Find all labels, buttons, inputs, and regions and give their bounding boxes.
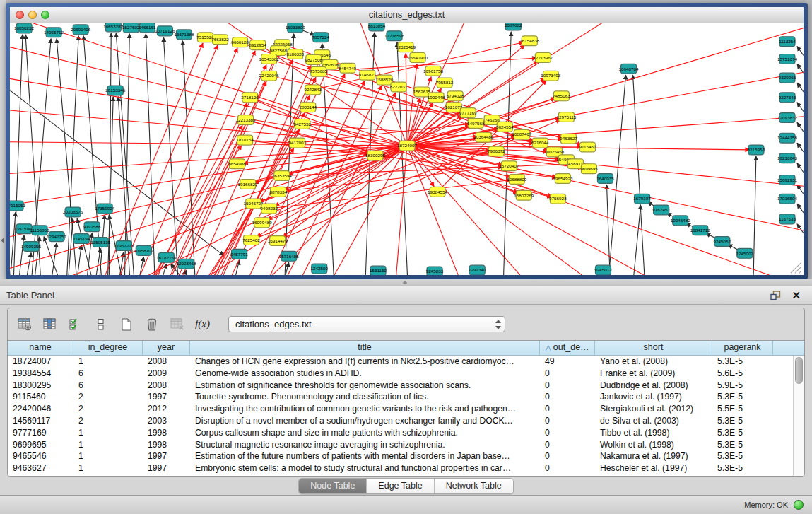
graph-node[interactable]: 12923468 bbox=[176, 259, 196, 269]
graph-node[interactable]: 8878334 bbox=[269, 187, 287, 197]
clear-selection-icon[interactable] bbox=[91, 315, 110, 334]
graph-edge[interactable] bbox=[44, 237, 61, 275]
column-header-name[interactable]: name bbox=[8, 341, 73, 355]
function-builder-icon[interactable]: f(x) bbox=[193, 315, 212, 334]
graph-node[interactable]: 9162457 bbox=[652, 205, 670, 215]
graph-node[interactable]: 1292340 bbox=[469, 265, 486, 275]
graph-node[interactable]: 17915051 bbox=[10, 201, 26, 211]
graph-edge[interactable] bbox=[25, 252, 31, 275]
scrollbar-thumb[interactable] bbox=[795, 357, 803, 384]
graph-edge[interactable] bbox=[797, 163, 804, 173]
graph-edge[interactable] bbox=[797, 64, 804, 73]
graph-node[interactable]: 16961758 bbox=[423, 66, 444, 76]
network-canvas[interactable]: 1872400712325419166409101696175879558121… bbox=[10, 23, 804, 275]
graph-node[interactable]: 19166827 bbox=[238, 180, 259, 189]
graph-node[interactable]: 12325419 bbox=[396, 42, 416, 52]
graph-edge[interactable] bbox=[10, 37, 407, 146]
graph-node[interactable]: 15716485 bbox=[279, 251, 300, 261]
window-titlebar[interactable]: citations_edges.txt bbox=[10, 7, 804, 23]
graph-node[interactable]: 7857224 bbox=[312, 33, 330, 42]
column-header-short[interactable]: short bbox=[595, 341, 712, 355]
table-row[interactable]: 1830029562008Estimation of significance … bbox=[8, 380, 793, 392]
graph-node[interactable]: 9827508 bbox=[305, 54, 322, 64]
graph-node[interactable]: 9115460 bbox=[579, 142, 596, 152]
graph-node[interactable]: 9245012 bbox=[594, 265, 612, 275]
graph-edge[interactable] bbox=[76, 245, 81, 275]
graph-node[interactable]: 7625402 bbox=[242, 235, 260, 245]
graph-edge[interactable] bbox=[31, 39, 51, 275]
table-settings-icon[interactable] bbox=[15, 315, 34, 334]
graph-node[interactable]: 14909355 bbox=[21, 242, 42, 252]
graph-node[interactable]: 8454749 bbox=[339, 63, 357, 73]
select-all-icon[interactable] bbox=[66, 315, 85, 334]
graph-edge[interactable] bbox=[10, 141, 407, 146]
graph-node[interactable]: 1167533 bbox=[779, 214, 796, 224]
graph-node[interactable]: 7575685 bbox=[310, 66, 327, 76]
graph-edge[interactable] bbox=[95, 248, 100, 275]
table-row[interactable]: 946362711997Embryonic stem cells: a mode… bbox=[8, 462, 793, 474]
graph-node[interactable]: 10807467 bbox=[512, 129, 532, 139]
graph-node[interactable]: 10719126 bbox=[155, 26, 175, 36]
graph-node[interactable]: 12942757 bbox=[47, 232, 67, 242]
graph-node[interactable]: 12213389 bbox=[236, 115, 257, 125]
graph-node[interactable]: 16648784 bbox=[619, 64, 640, 74]
graph-edge[interactable] bbox=[10, 146, 407, 211]
graph-edge[interactable] bbox=[25, 35, 41, 275]
panel-splitter[interactable] bbox=[0, 279, 812, 286]
network-view-window[interactable]: citations_edges.txt 18724007123254191664… bbox=[6, 3, 808, 279]
graph-node[interactable]: 8215953 bbox=[748, 145, 765, 155]
graph-node[interactable]: 18724007 bbox=[397, 141, 418, 151]
table-row[interactable]: 1456911722003Disruption of a novel membe… bbox=[8, 415, 793, 427]
graph-node[interactable]: 16807269 bbox=[514, 190, 534, 200]
graph-node[interactable]: 9146821 bbox=[359, 70, 377, 80]
graph-node[interactable]: 1527602 bbox=[122, 23, 140, 33]
graph-node[interactable]: 9197588 bbox=[83, 222, 101, 232]
graph-node[interactable]: 6497568 bbox=[467, 118, 485, 128]
graph-node[interactable]: 16671388 bbox=[174, 30, 194, 40]
graph-node[interactable]: 1113254 bbox=[779, 37, 796, 47]
graph-node[interactable]: 16154838 bbox=[519, 36, 540, 46]
table-scrollbar[interactable] bbox=[793, 356, 804, 476]
graph-edge[interactable] bbox=[13, 35, 23, 275]
graph-edge[interactable] bbox=[797, 122, 804, 132]
graph-edge[interactable] bbox=[797, 83, 804, 92]
graph-node[interactable]: 16782759 bbox=[156, 252, 177, 262]
show-columns-icon[interactable] bbox=[40, 315, 59, 334]
graph-node[interactable]: 9699695 bbox=[580, 164, 598, 174]
column-header-pagerank[interactable]: pagerank bbox=[712, 341, 773, 355]
graph-node[interactable]: 12213967 bbox=[533, 53, 553, 63]
table-row[interactable]: 946554611997Estimation of the future num… bbox=[8, 450, 793, 462]
table-row[interactable]: 969969511998Structural magnetic resonanc… bbox=[8, 439, 793, 451]
graph-node[interactable]: 8222031 bbox=[390, 82, 408, 92]
graph-node[interactable]: 10688809 bbox=[507, 175, 527, 185]
graph-node[interactable]: 1531150 bbox=[370, 266, 387, 275]
graph-edge[interactable] bbox=[753, 156, 756, 275]
graph-node[interactable]: 20691406 bbox=[71, 25, 91, 35]
table-selector-dropdown[interactable]: citations_edges.txt bbox=[228, 316, 505, 332]
graph-node[interactable]: 12093832 bbox=[777, 113, 798, 123]
graph-node[interactable]: 20364486 bbox=[473, 132, 494, 142]
graph-node[interactable]: 10946482 bbox=[671, 216, 691, 226]
graph-edge[interactable] bbox=[308, 107, 461, 113]
memory-status-indicator[interactable] bbox=[794, 500, 804, 510]
table-row[interactable]: 2242004622012Investigating the contribut… bbox=[8, 403, 793, 415]
delete-rows-icon[interactable] bbox=[142, 315, 161, 334]
graph-node[interactable]: 10973493 bbox=[541, 71, 561, 81]
graph-node[interactable]: 20206576 bbox=[63, 207, 83, 217]
graph-node[interactable]: 9463627 bbox=[560, 134, 577, 144]
graph-node[interactable]: 9756928 bbox=[549, 194, 567, 204]
graph-node[interactable]: 8660128 bbox=[231, 37, 249, 47]
graph-node[interactable]: 10653287 bbox=[103, 23, 124, 32]
delete-table-icon[interactable] bbox=[167, 315, 187, 334]
graph-node[interactable]: 7485063 bbox=[553, 91, 570, 101]
graph-node[interactable]: 19654923 bbox=[553, 174, 573, 184]
graph-node[interactable]: 1990448 bbox=[428, 93, 445, 103]
graph-node[interactable]: 17957223 bbox=[114, 241, 134, 251]
table-row[interactable]: 1938455462009Genome-wide association stu… bbox=[8, 368, 793, 380]
graph-node[interactable]: 1679197 bbox=[633, 194, 651, 204]
graph-edge[interactable] bbox=[797, 204, 804, 213]
graph-edge[interactable] bbox=[797, 47, 804, 56]
graph-node[interactable]: 10958107 bbox=[134, 245, 154, 255]
graph-node[interactable]: 9242843 bbox=[304, 85, 322, 95]
tab-network-table[interactable]: Network Table bbox=[435, 479, 513, 493]
